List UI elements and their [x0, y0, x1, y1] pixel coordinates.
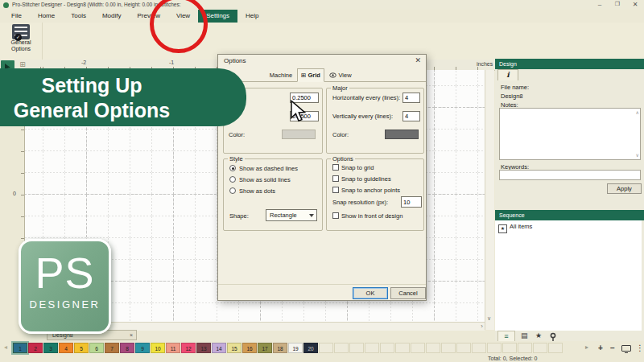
tab-grid[interactable]: ⊞ Grid — [297, 68, 324, 82]
palette-swatch-7[interactable]: 7 — [105, 343, 119, 353]
palette-swatch-14[interactable]: 14 — [212, 343, 226, 353]
eye-icon — [329, 72, 336, 78]
major-group: Major Horizontally every (lines): Vertic… — [326, 88, 424, 154]
sequence-list[interactable]: ★All items — [495, 220, 642, 331]
palette-slot-empty[interactable] — [533, 343, 547, 353]
palette-slot-empty[interactable] — [548, 343, 563, 353]
major-horizontal-input[interactable] — [402, 93, 420, 103]
menu-item-modify[interactable]: Modify — [94, 10, 130, 23]
radio-solid-lines[interactable] — [229, 176, 236, 183]
palette-swatch-2[interactable]: 2 — [28, 343, 43, 353]
thread-palette-bar: ◂ 1234567891011121314151617181920 ▸ + − … — [0, 341, 644, 355]
minor-color-label: Color: — [229, 131, 245, 138]
vertical-scrollbar[interactable]: ∨ — [485, 70, 494, 330]
palette-slot-empty[interactable] — [411, 343, 425, 353]
close-button[interactable]: ✕ — [628, 1, 642, 8]
palette-swatch-12[interactable]: 12 — [181, 343, 196, 353]
palette-swatch-11[interactable]: 11 — [166, 343, 180, 353]
palette-slot-empty[interactable] — [441, 343, 456, 353]
palette-swatch-19[interactable]: 19 — [288, 343, 303, 353]
ruler-tick-label: -2 — [81, 60, 86, 65]
radio-dots[interactable] — [229, 187, 236, 194]
checkbox-snap-to-grid[interactable] — [332, 164, 339, 171]
palette-advance-icon[interactable]: ▸ — [585, 343, 588, 351]
minor-color-swatch[interactable] — [282, 130, 316, 139]
palette-swatch-5[interactable]: 5 — [74, 343, 89, 353]
palette-slot-empty[interactable] — [487, 343, 502, 353]
layers-icon[interactable]: ▤ — [521, 331, 528, 339]
menu-item-file[interactable]: File — [3, 10, 30, 23]
palette-slot-empty[interactable] — [319, 343, 333, 353]
scroll-down-icon[interactable]: ∨ — [636, 153, 639, 158]
palette-slot-empty[interactable] — [472, 343, 486, 353]
remove-icon[interactable]: − — [610, 343, 615, 352]
notes-textarea[interactable]: ∧ ∨ — [499, 108, 641, 160]
palette-swatch-20[interactable]: 20 — [303, 343, 318, 353]
palette-slot-empty[interactable] — [349, 343, 364, 353]
palette-swatch-4[interactable]: 4 — [59, 343, 73, 353]
palette-swatch-16[interactable]: 16 — [242, 343, 257, 353]
dialog-close-icon[interactable]: ✕ — [415, 56, 421, 64]
palette-slot-empty[interactable] — [426, 343, 440, 353]
monitor-icon[interactable] — [621, 345, 631, 352]
palette-slot-empty[interactable] — [380, 343, 394, 353]
palette-slot-empty[interactable] — [456, 343, 471, 353]
cancel-button[interactable]: Cancel — [390, 287, 426, 299]
star-icon[interactable]: ★ — [535, 331, 542, 339]
general-options-button[interactable]: ✓ General Options — [3, 23, 39, 52]
ok-button[interactable]: OK — [353, 287, 388, 299]
check-icon: ✓ — [14, 34, 22, 41]
keywords-input[interactable] — [499, 170, 641, 180]
palette-slot-empty[interactable] — [395, 343, 410, 353]
kebab-menu-icon[interactable]: ⋮ — [636, 343, 644, 352]
tab-view[interactable]: View — [326, 69, 355, 82]
checkbox-snap-to-anchor-points[interactable] — [332, 187, 339, 193]
palette-swatch-17[interactable]: 17 — [258, 343, 272, 353]
logo-ps-text: PS — [21, 249, 109, 296]
list-view-tab[interactable]: ≡ — [497, 331, 515, 341]
palette-left-icon[interactable]: ◂ — [4, 343, 7, 351]
snap-resolution-input[interactable] — [401, 196, 422, 208]
general-options-icon: ✓ — [12, 24, 30, 39]
menu-item-home[interactable]: Home — [30, 10, 63, 23]
apply-button[interactable]: Apply — [607, 183, 642, 194]
minimize-button[interactable]: – — [592, 1, 607, 8]
sequence-footer-tabs: ≡ ▤ ★ — [495, 331, 644, 341]
palette-swatch-15[interactable]: 15 — [227, 343, 242, 353]
tab-machine[interactable]: Machine — [266, 69, 295, 82]
style-group-label: Style — [228, 155, 245, 162]
palette-swatch-8[interactable]: 8 — [120, 343, 134, 353]
scroll-down-icon[interactable]: ∨ — [487, 315, 491, 322]
maximize-button[interactable]: ❐ — [610, 1, 625, 7]
palette-swatch-1[interactable]: 1 — [13, 343, 27, 353]
shape-dropdown[interactable]: Rectangle — [266, 209, 317, 221]
scroll-up-icon[interactable]: ∧ — [636, 110, 639, 115]
menu-item-tools[interactable]: Tools — [63, 10, 94, 23]
palette-swatch-6[interactable]: 6 — [89, 343, 104, 353]
right-panel: Design i File name: Design8 Notes: ∧ ∨ K… — [495, 59, 644, 355]
chevron-down-icon — [309, 214, 314, 217]
checkbox-snap-to-guidelines[interactable] — [332, 175, 339, 182]
info-tab[interactable]: i — [497, 69, 518, 80]
menu-item-help[interactable]: Help — [237, 10, 266, 23]
palette-swatch-10[interactable]: 10 — [151, 343, 165, 353]
radio-dashed-lines[interactable] — [229, 165, 236, 171]
document-tab-close-icon[interactable]: × — [130, 332, 133, 338]
palette-swatch-18[interactable]: 18 — [273, 343, 287, 353]
options-group: Options Snap to grid Snap to guidelines … — [326, 158, 424, 231]
mouse-cursor-icon — [290, 100, 308, 127]
scroll-right-icon[interactable]: › — [481, 323, 483, 331]
add-icon[interactable]: + — [598, 343, 603, 352]
palette-swatch-3[interactable]: 3 — [43, 343, 58, 353]
major-color-swatch[interactable] — [385, 130, 419, 139]
palette-slot-empty[interactable] — [502, 343, 517, 353]
palette-swatch-13[interactable]: 13 — [196, 343, 211, 353]
palette-swatch-9[interactable]: 9 — [135, 343, 150, 353]
palette-slot-empty[interactable] — [334, 343, 349, 353]
checkbox-show-in-front[interactable] — [332, 212, 339, 219]
palette-slot-empty[interactable] — [518, 343, 532, 353]
major-vertical-input[interactable] — [402, 111, 420, 121]
palette-slot-empty[interactable] — [365, 343, 379, 353]
sequence-all-items-row[interactable]: ★All items — [498, 223, 532, 233]
sequence-panel-header: Sequence — [495, 210, 644, 220]
